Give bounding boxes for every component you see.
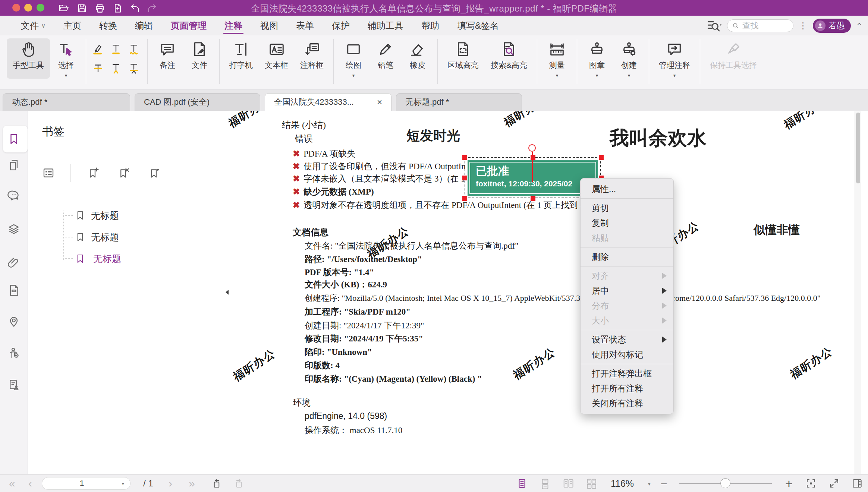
menu-item-12[interactable]: 填写&签名 <box>448 16 508 35</box>
document-tab-3[interactable]: 全国法院失4233333...× <box>265 93 391 111</box>
context-menu-item[interactable]: 关闭所有注释 <box>581 396 673 411</box>
callout-button[interactable]: 注释框 <box>294 38 330 79</box>
dropdown-caret-icon[interactable]: ▾ <box>628 73 630 78</box>
context-menu-item[interactable]: 设置状态 <box>581 332 673 347</box>
panel-tab-fields-icon[interactable] <box>7 284 21 297</box>
zoom-dropdown-caret-icon[interactable]: ▾ <box>648 481 651 487</box>
search-input[interactable] <box>742 21 783 31</box>
squiggly-text-icon[interactable] <box>126 41 142 57</box>
file-attachment-button[interactable]: 文件 <box>183 38 216 79</box>
document-tab-2[interactable]: CAD 图.pdf (安全) <box>135 93 260 111</box>
maximize-window-button[interactable] <box>37 4 44 12</box>
menu-item-1[interactable]: 文件∨ <box>12 16 54 35</box>
next-view-icon[interactable] <box>233 478 245 489</box>
menu-item-6[interactable]: 注释 <box>216 16 251 35</box>
pencil-button[interactable]: 铅笔 <box>369 38 402 79</box>
panel-tab-layers-icon[interactable] <box>7 222 21 235</box>
context-menu-item[interactable]: 打开所有注释 <box>581 381 673 396</box>
selection-handle[interactable] <box>462 176 467 180</box>
panel-tab-attachments-icon[interactable] <box>7 256 21 269</box>
stamp-rotate-handle[interactable] <box>528 144 536 152</box>
document-tab-1[interactable]: 动态.pdf * <box>3 93 130 111</box>
context-menu-item[interactable]: 使用对勾标记 <box>581 347 673 362</box>
menu-item-5[interactable]: 页面管理 <box>162 16 216 35</box>
delete-bookmark-icon[interactable] <box>117 167 130 179</box>
close-tab-icon[interactable]: × <box>369 97 382 107</box>
panel-tab-signatures-icon[interactable] <box>7 378 21 392</box>
keep-tool-button[interactable]: 保持工具选择 <box>704 38 763 79</box>
strikeout-text-icon[interactable] <box>90 60 106 76</box>
print-icon[interactable] <box>95 3 105 13</box>
menu-item-8[interactable]: 表单 <box>287 16 323 35</box>
context-menu-item[interactable]: 居中 <box>581 283 673 298</box>
undo-icon[interactable] <box>130 3 140 13</box>
context-menu-item[interactable]: 打开注释弹出框 <box>581 366 673 381</box>
stamp-button[interactable]: 图章▾ <box>581 38 613 79</box>
bookmark-item-3[interactable]: 无标题 <box>63 251 121 266</box>
single-page-view-icon[interactable] <box>516 478 528 489</box>
context-menu-item[interactable]: 剪切 <box>581 201 673 215</box>
typewriter-button[interactable]: 打字机 <box>223 38 259 79</box>
zoom-level-label[interactable]: 116% <box>611 478 634 489</box>
facing-continuous-view-icon[interactable] <box>586 478 597 489</box>
minimize-window-button[interactable] <box>24 4 32 12</box>
scrollbar-thumb[interactable] <box>856 113 860 183</box>
fullscreen-icon[interactable] <box>828 478 840 489</box>
bookmark-more-icon[interactable] <box>148 167 161 179</box>
selection-handle[interactable] <box>462 155 467 160</box>
menu-item-4[interactable]: 编辑 <box>126 16 162 35</box>
search-options-icon[interactable] <box>706 20 722 31</box>
document-page[interactable]: 福昕办公福昕办公福昕办公福昕办公福昕办公福昕办公福昕办公福昕办公 短发时光 我叫… <box>229 111 861 474</box>
previous-page-button[interactable]: ‹ <box>28 474 32 492</box>
more-options-icon[interactable]: ⋮ <box>799 24 808 28</box>
replace-text-icon[interactable] <box>126 60 142 76</box>
save-icon[interactable] <box>77 3 87 13</box>
insert-text-icon[interactable] <box>108 60 124 76</box>
create-stamp-button[interactable]: 创建▾ <box>613 38 645 79</box>
user-account-button[interactable]: 若愚 <box>813 19 851 33</box>
open-file-icon[interactable] <box>58 3 69 13</box>
first-page-button[interactable]: « <box>9 474 15 492</box>
next-page-button[interactable]: › <box>169 474 172 492</box>
menu-item-7[interactable]: 视图 <box>251 16 287 35</box>
dropdown-caret-icon[interactable]: ▾ <box>352 73 355 78</box>
selection-handle[interactable] <box>531 196 535 201</box>
panel-tab-accessibility-icon[interactable] <box>7 346 21 360</box>
document-tab-4[interactable]: 无标题.pdf * <box>396 93 522 111</box>
zoom-slider-knob[interactable] <box>720 478 730 488</box>
zoom-in-button[interactable]: + <box>785 476 793 491</box>
zoom-out-button[interactable]: − <box>661 477 667 490</box>
panel-tab-destinations-icon[interactable] <box>7 315 21 328</box>
dropdown-caret-icon[interactable]: ▾ <box>556 73 559 78</box>
context-menu-item[interactable]: 删除 <box>581 249 673 264</box>
draw-button[interactable]: 绘图▾ <box>337 38 369 79</box>
facing-view-icon[interactable] <box>563 478 574 489</box>
underline-text-icon[interactable] <box>108 41 124 57</box>
approved-stamp-annotation[interactable]: 已批准 foxitnet, 12:09:30, 2025/02 <box>468 160 598 196</box>
selection-handle[interactable] <box>462 196 467 201</box>
previous-view-icon[interactable] <box>211 478 222 489</box>
manage-comments-button[interactable]: 管理注释▾ <box>653 38 696 79</box>
continuous-view-icon[interactable] <box>540 478 551 489</box>
reading-panel-icon[interactable] <box>852 478 863 489</box>
note-button[interactable]: 备注 <box>151 38 183 79</box>
textbox-button[interactable]: 文本框 <box>259 38 294 79</box>
panel-tab-bookmarks-icon[interactable] <box>7 132 21 146</box>
hand-tool-button[interactable]: 手型工具 <box>7 38 50 79</box>
menu-item-3[interactable]: 转换 <box>90 16 126 35</box>
menu-item-9[interactable]: 保护 <box>323 16 359 35</box>
menu-item-2[interactable]: 主页 <box>54 16 90 35</box>
search-highlight-button[interactable]: 搜索&高亮 <box>485 38 533 79</box>
add-bookmark-icon[interactable] <box>87 167 100 179</box>
close-window-button[interactable] <box>12 4 20 12</box>
menu-item-10[interactable]: 辅助工具 <box>359 16 412 35</box>
new-document-icon[interactable] <box>113 3 123 13</box>
selection-handle[interactable] <box>599 155 604 160</box>
dropdown-caret-icon[interactable]: ▾ <box>596 73 598 78</box>
page-number-input[interactable]: 1 ▾ <box>42 477 130 490</box>
area-highlight-button[interactable]: 区域高亮 <box>441 38 485 79</box>
measure-button[interactable]: 测量▾ <box>541 38 573 79</box>
context-menu-item[interactable]: 属性... <box>581 182 673 196</box>
bookmark-item-2[interactable]: 无标题 <box>63 230 119 245</box>
fit-page-icon[interactable] <box>805 478 817 489</box>
